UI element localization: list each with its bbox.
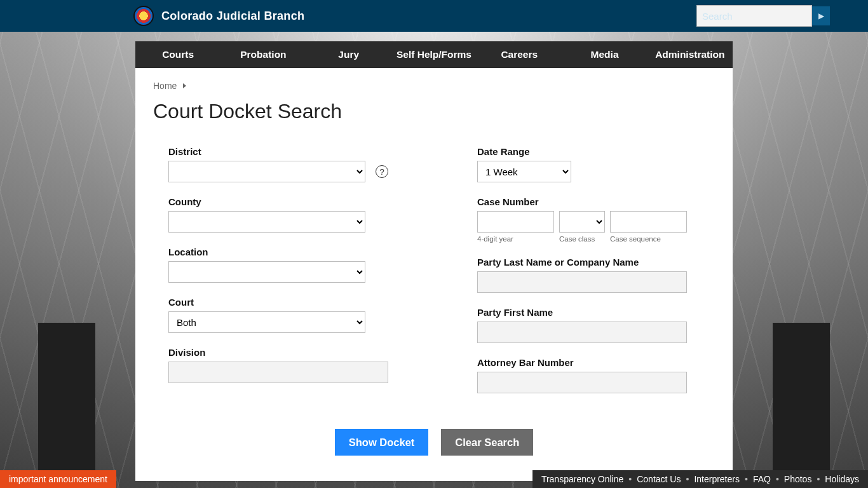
court-label: Court <box>168 297 388 308</box>
case-number-label: Case Number <box>477 196 687 207</box>
brand-text: Colorado Judicial Branch <box>161 10 304 23</box>
footer-interpreters[interactable]: Interpreters <box>694 474 740 484</box>
nav-jury[interactable]: Jury <box>306 41 391 68</box>
search-submit-button[interactable]: ▶ <box>812 6 830 25</box>
dot-icon: • <box>817 474 820 484</box>
footer-links: Transparency Online• Contact Us• Interpr… <box>532 470 868 488</box>
case-class-hint: Case class <box>559 235 605 243</box>
footer-contact[interactable]: Contact Us <box>637 474 681 484</box>
case-year-hint: 4-digit year <box>477 235 554 243</box>
party-first-name-input[interactable] <box>477 322 687 343</box>
content-panel: Home Court Docket Search District ? Coun… <box>135 68 733 481</box>
party-first-name-label: Party First Name <box>477 307 687 318</box>
field-party-last-name: Party Last Name or Company Name <box>477 257 687 293</box>
announcement-banner[interactable]: important announcement <box>0 470 116 488</box>
date-range-select[interactable]: 1 Week <box>477 161 571 182</box>
search-input[interactable] <box>696 5 812 27</box>
field-division: Division <box>168 347 388 383</box>
attorney-bar-label: Attorney Bar Number <box>477 357 687 368</box>
field-county: County <box>168 196 388 233</box>
attorney-bar-input[interactable] <box>477 372 687 393</box>
nav-careers[interactable]: Careers <box>477 41 562 68</box>
page-title: Court Docket Search <box>153 100 715 123</box>
footer-faq[interactable]: FAQ <box>753 474 771 484</box>
clear-search-button[interactable]: Clear Search <box>441 429 533 456</box>
county-select[interactable] <box>168 211 365 233</box>
field-date-range: Date Range 1 Week <box>477 146 687 182</box>
field-case-number: Case Number 4-digit year Case class C <box>477 196 687 243</box>
form-column-left: District ? County Location Court <box>168 146 388 407</box>
district-select[interactable] <box>168 161 365 182</box>
field-court: Court Both <box>168 297 388 333</box>
dot-icon: • <box>776 474 779 484</box>
location-select[interactable] <box>168 261 365 283</box>
dot-icon: • <box>686 474 689 484</box>
field-location: Location <box>168 247 388 283</box>
party-last-name-label: Party Last Name or Company Name <box>477 257 687 268</box>
party-last-name-input[interactable] <box>477 271 687 293</box>
field-party-first-name: Party First Name <box>477 307 687 343</box>
page-container: Courts Probation Jury Self Help/Forms Ca… <box>135 41 733 481</box>
site-search: ▶ <box>696 6 830 25</box>
field-district: District ? <box>168 146 388 182</box>
show-docket-button[interactable]: Show Docket <box>335 429 429 456</box>
date-range-label: Date Range <box>477 146 687 157</box>
form-column-right: Date Range 1 Week Case Number 4-digit ye… <box>477 146 687 407</box>
brand[interactable]: Colorado Judicial Branch <box>133 6 304 26</box>
nav-courts[interactable]: Courts <box>135 41 220 68</box>
form-actions: Show Docket Clear Search <box>153 429 715 456</box>
field-attorney-bar: Attorney Bar Number <box>477 357 687 393</box>
county-label: County <box>168 196 388 207</box>
case-class-select[interactable] <box>559 211 605 233</box>
help-icon[interactable]: ? <box>376 165 388 178</box>
nav-probation[interactable]: Probation <box>220 41 306 68</box>
footer-holidays[interactable]: Holidays <box>825 474 859 484</box>
case-sequence-input[interactable] <box>610 211 687 233</box>
nav-self-help[interactable]: Self Help/Forms <box>391 41 477 68</box>
nav-media[interactable]: Media <box>562 41 647 68</box>
nav-administration[interactable]: Administration <box>648 41 733 68</box>
case-sequence-hint: Case sequence <box>610 235 687 243</box>
top-bar: Colorado Judicial Branch ▶ <box>0 0 868 32</box>
footer-photos[interactable]: Photos <box>784 474 812 484</box>
district-label: District <box>168 146 388 157</box>
court-select[interactable]: Both <box>168 311 365 333</box>
breadcrumb: Home <box>153 81 715 91</box>
chevron-right-icon <box>183 83 186 88</box>
location-label: Location <box>168 247 388 257</box>
dot-icon: • <box>745 474 748 484</box>
dot-icon: • <box>628 474 632 484</box>
main-nav: Courts Probation Jury Self Help/Forms Ca… <box>135 41 733 68</box>
case-year-input[interactable] <box>477 211 554 233</box>
seal-icon <box>133 6 154 26</box>
division-label: Division <box>168 347 388 358</box>
breadcrumb-home[interactable]: Home <box>153 81 177 91</box>
footer-transparency[interactable]: Transparency Online <box>541 474 623 484</box>
search-form: District ? County Location Court <box>153 140 715 407</box>
division-input[interactable] <box>168 362 388 383</box>
